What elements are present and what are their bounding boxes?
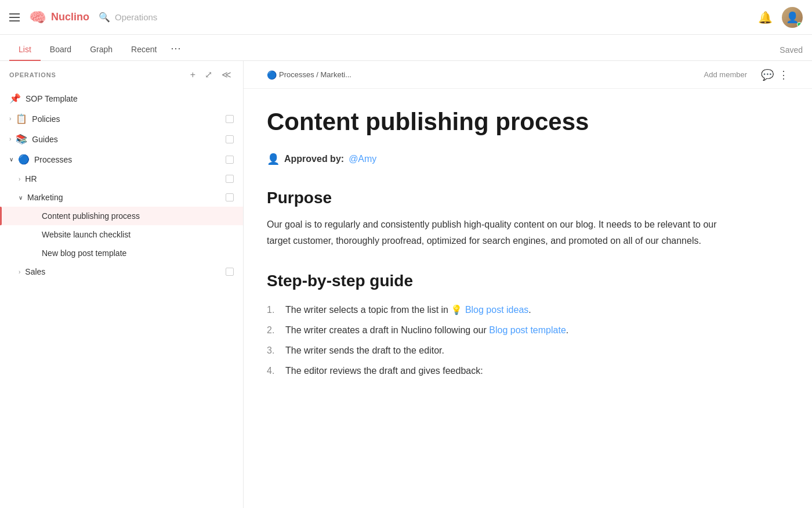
policies-icon: 📋 (16, 113, 27, 124)
sidebar-label-processes: Processes (34, 155, 221, 164)
main-layout: OPERATIONS + ⤢ ≪ 📌 SOP Template › 📋 Poli… (0, 61, 812, 508)
chevron-down-icon: ∨ (9, 156, 13, 163)
chevron-right-icon: › (9, 116, 11, 122)
step-1-num: 1. (267, 302, 281, 318)
step-1-emoji: 💡 (451, 305, 462, 315)
step-list: 1. The writer selects a topic from the l… (267, 300, 742, 381)
processes-checkbox[interactable] (226, 156, 234, 164)
breadcrumb: 🔵 Processes / Marketi... (267, 70, 690, 80)
sidebar-item-website-launch[interactable]: Website launch checklist (0, 225, 243, 244)
sidebar-label-sales: Sales (25, 267, 221, 276)
purpose-heading: Purpose (267, 189, 742, 207)
approved-label: Approved by: (284, 154, 344, 164)
marketing-checkbox[interactable] (226, 193, 234, 201)
sidebar-item-sales[interactable]: › Sales (0, 262, 243, 281)
processes-icon: 🔵 (18, 154, 30, 165)
document-title: Content publishing process (267, 107, 742, 136)
step-3-text: The writer sends the draft to the editor… (285, 343, 444, 358)
hamburger-button[interactable] (9, 13, 20, 21)
step-2-num: 2. (267, 322, 281, 338)
search-icon: 🔍 (99, 12, 110, 23)
chevron-down-icon: ∨ (19, 194, 23, 201)
content-area: 🔵 Processes / Marketi... Add member 💬 ⋮ … (244, 61, 812, 508)
step-3-num: 3. (267, 343, 281, 358)
online-status (797, 22, 802, 27)
sidebar-expand-button[interactable]: ⤢ (202, 68, 215, 81)
sidebar-label-hr: HR (25, 174, 221, 183)
sidebar-item-new-blog-post[interactable]: New blog post template (0, 244, 243, 262)
breadcrumb-icon: 🔵 (267, 70, 277, 80)
step-3: 3. The writer sends the draft to the edi… (267, 340, 742, 361)
sidebar-item-policies[interactable]: › 📋 Policies (0, 109, 243, 129)
tab-more-button[interactable]: ⋯ (166, 36, 186, 60)
notification-bell-icon[interactable]: 🔔 (758, 10, 773, 24)
sidebar-label-marketing: Marketing (27, 193, 221, 202)
step-guide-heading: Step-by-step guide (267, 272, 742, 290)
sidebar-item-marketing[interactable]: ∨ Marketing (0, 188, 243, 207)
tab-graph[interactable]: Graph (81, 39, 122, 61)
content-header: 🔵 Processes / Marketi... Add member 💬 ⋮ (244, 61, 812, 89)
sidebar-label-sop-template: SOP Template (26, 94, 234, 103)
step-1-text: The writer selects a topic from the list… (285, 302, 531, 318)
approved-user-link[interactable]: @Amy (349, 154, 376, 164)
step-1: 1. The writer selects a topic from the l… (267, 300, 742, 320)
step-4: 4. The editor reviews the draft and give… (267, 361, 742, 381)
chevron-right-icon: › (9, 136, 11, 142)
saved-status: Saved (780, 39, 803, 60)
chevron-right-icon: › (19, 269, 20, 275)
more-options-icon[interactable]: ⋮ (778, 69, 789, 81)
approved-line: 👤 Approved by: @Amy (267, 153, 742, 165)
topbar: 🧠 Nuclino 🔍 Operations 🔔 👤 (0, 0, 812, 35)
policies-checkbox[interactable] (226, 115, 234, 123)
blog-post-ideas-link[interactable]: Blog post ideas (465, 305, 528, 315)
sidebar-item-sop-template[interactable]: 📌 SOP Template (0, 88, 243, 109)
guides-icon: 📚 (16, 134, 27, 145)
comment-icon[interactable]: 💬 (761, 69, 774, 81)
sidebar-label-policies: Policies (32, 114, 221, 124)
logo-icon: 🧠 (29, 9, 46, 26)
tabbar: List Board Graph Recent ⋯ Saved (0, 35, 812, 61)
add-member-button[interactable]: Add member (699, 68, 752, 81)
person-icon: 👤 (267, 153, 280, 165)
sidebar-actions: + ⤢ ≪ (188, 68, 234, 81)
logo-text: Nuclino (51, 11, 89, 23)
sidebar-label-guides: Guides (32, 135, 221, 144)
topbar-right: 🔔 👤 (758, 7, 803, 28)
content-body: Content publishing process 👤 Approved by… (244, 89, 766, 416)
logo[interactable]: 🧠 Nuclino (29, 9, 89, 26)
chevron-right-icon: › (19, 176, 20, 182)
sidebar-title: OPERATIONS (9, 71, 183, 78)
hr-checkbox[interactable] (226, 175, 234, 183)
sidebar-add-button[interactable]: + (188, 69, 198, 81)
tab-recent[interactable]: Recent (122, 39, 166, 61)
sidebar-label-new-blog-post: New blog post template (42, 248, 234, 258)
sidebar-collapse-button[interactable]: ≪ (219, 68, 234, 81)
breadcrumb-path: Processes / Marketi... (279, 70, 351, 79)
sidebar-label-website-launch: Website launch checklist (42, 230, 234, 239)
search-area[interactable]: 🔍 Operations (99, 12, 749, 23)
sidebar-item-hr[interactable]: › HR (0, 170, 243, 188)
tab-list[interactable]: List (9, 39, 41, 61)
sidebar-item-content-publishing[interactable]: Content publishing process (0, 207, 243, 225)
sidebar-item-guides[interactable]: › 📚 Guides (0, 129, 243, 149)
step-4-num: 4. (267, 363, 281, 379)
search-placeholder: Operations (115, 12, 157, 22)
sidebar-header: OPERATIONS + ⤢ ≪ (0, 61, 243, 88)
sidebar-item-processes[interactable]: ∨ 🔵 Processes (0, 149, 243, 170)
purpose-text: Our goal is to regularly and consistentl… (267, 217, 742, 248)
user-avatar[interactable]: 👤 (782, 7, 803, 28)
guides-checkbox[interactable] (226, 135, 234, 143)
step-2-text: The writer creates a draft in Nuclino fo… (285, 322, 568, 338)
pin-icon: 📌 (9, 93, 21, 104)
step-4-text: The editor reviews the draft and gives f… (285, 363, 483, 379)
sidebar: OPERATIONS + ⤢ ≪ 📌 SOP Template › 📋 Poli… (0, 61, 244, 508)
tab-board[interactable]: Board (41, 39, 81, 61)
blog-post-template-link[interactable]: Blog post template (489, 325, 566, 335)
sales-checkbox[interactable] (226, 268, 234, 276)
content-actions: 💬 ⋮ (761, 69, 789, 81)
sidebar-label-content-publishing: Content publishing process (42, 211, 234, 221)
step-2: 2. The writer creates a draft in Nuclino… (267, 320, 742, 340)
active-indicator (0, 207, 2, 225)
